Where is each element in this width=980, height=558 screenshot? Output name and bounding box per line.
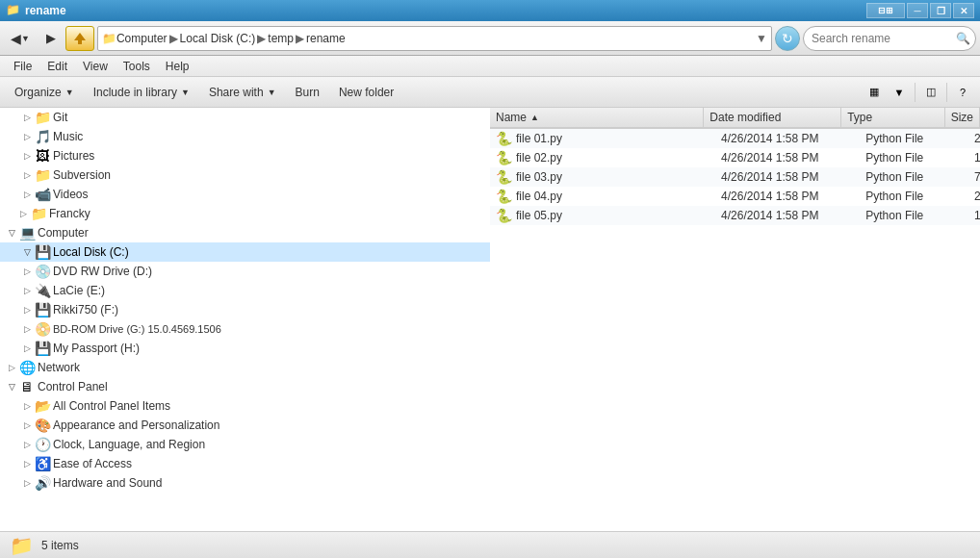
address-dropdown[interactable]: ▼: [756, 32, 767, 45]
address-path-computer: Computer: [116, 32, 168, 45]
menu-edit[interactable]: Edit: [39, 58, 75, 75]
sidebar-item-rikki750-f[interactable]: ▷ 💾 Rikki750 (F:): [0, 300, 490, 319]
back-button[interactable]: ◀ ▼: [4, 26, 37, 51]
file-name: file 02.py: [516, 151, 562, 165]
main-content: ▷ 📁 Git ▷ 🎵 Music ▷ 🖼 Pictures ▷ 📁 Subve…: [0, 108, 980, 531]
file-size-cell: 2 KB: [968, 190, 980, 203]
sidebar-item-hardware-sound[interactable]: ▷ 🔊 Hardware and Sound: [0, 473, 490, 493]
expand-icon-lacie-e: ▷: [19, 283, 35, 298]
table-row[interactable]: 🐍 file 02.py 4/26/2014 1:58 PM Python Fi…: [490, 148, 980, 167]
sidebar-item-all-control-panel[interactable]: ▷ 📂 All Control Panel Items: [0, 396, 490, 416]
title-bar-extra-btn[interactable]: ⊟⊞: [866, 3, 905, 18]
sidebar-item-computer[interactable]: ▽ 💻 Computer: [0, 223, 490, 242]
sidebar-item-network[interactable]: ▷ 🌐 Network: [0, 358, 490, 377]
menu-file[interactable]: File: [6, 58, 39, 75]
help-button[interactable]: ?: [951, 81, 974, 104]
sidebar-item-my-passport-h[interactable]: ▷ 💾 My Passport (H:): [0, 339, 490, 358]
address-bar[interactable]: 📁 Computer ▶ Local Disk (C:) ▶ temp ▶ re…: [97, 26, 772, 51]
refresh-button[interactable]: ↻: [775, 26, 800, 51]
subversion-icon: 📁: [35, 167, 50, 183]
sidebar-item-pictures[interactable]: ▷ 🖼 Pictures: [0, 146, 490, 165]
git-icon: 📁: [35, 110, 50, 125]
expand-icon-network: ▷: [4, 360, 19, 375]
burn-button[interactable]: Burn: [287, 81, 328, 104]
view-details-dropdown[interactable]: ▼: [888, 81, 911, 104]
sidebar-item-videos[interactable]: ▷ 📹 Videos: [0, 185, 490, 204]
forward-button[interactable]: ▶: [39, 26, 63, 51]
file-name: file 01.py: [516, 132, 562, 145]
lacie-e-icon: 🔌: [35, 283, 50, 298]
menu-view[interactable]: View: [75, 58, 116, 75]
svg-rect-1: [78, 40, 82, 44]
col-name-label: Name: [496, 111, 527, 124]
expand-icon-my-passport-h: ▷: [19, 341, 35, 356]
file-date-cell: 4/26/2014 1:58 PM: [715, 170, 860, 184]
sidebar-item-control-panel[interactable]: ▽ 🖥 Control Panel: [0, 377, 490, 396]
search-icon[interactable]: 🔍: [956, 32, 970, 45]
sidebar-label-rikki750-f: Rikki750 (F:): [53, 303, 118, 317]
sidebar-item-bdrom-g[interactable]: ▷ 📀 BD-ROM Drive (G:) 15.0.4569.1506: [0, 319, 490, 339]
sidebar-item-appearance[interactable]: ▷ 🎨 Appearance and Personalization: [0, 416, 490, 435]
file-type-cell: Python File: [860, 151, 968, 165]
music-icon: 🎵: [35, 129, 50, 144]
expand-icon-ease: ▷: [19, 456, 35, 471]
sidebar-item-music[interactable]: ▷ 🎵 Music: [0, 127, 490, 146]
expand-icon-appearance: ▷: [19, 418, 35, 433]
up-button[interactable]: [65, 26, 94, 51]
sidebar-label-network: Network: [38, 361, 80, 374]
sidebar-label-my-passport-h: My Passport (H:): [53, 342, 140, 355]
expand-icon-control-panel: ▽: [4, 379, 19, 394]
sidebar-label-bdrom-g: BD-ROM Drive (G:) 15.0.4569.1506: [53, 323, 221, 335]
expand-icon-music: ▷: [19, 129, 35, 144]
include-library-button[interactable]: Include in library ▼: [85, 81, 198, 104]
sidebar-label-all-cp: All Control Panel Items: [53, 399, 170, 413]
restore-button[interactable]: ❐: [930, 3, 951, 18]
table-row[interactable]: 🐍 file 04.py 4/26/2014 1:58 PM Python Fi…: [490, 187, 980, 206]
col-header-date[interactable]: Date modified: [704, 108, 841, 127]
file-type-cell: Python File: [860, 209, 968, 222]
pictures-icon: 🖼: [35, 148, 50, 164]
sidebar-item-francky[interactable]: ▷ 📁 Francky: [0, 204, 490, 223]
expand-icon-all-cp: ▷: [19, 398, 35, 414]
menu-tools[interactable]: Tools: [116, 58, 158, 75]
toolbar: ◀ ▼ ▶ 📁 Computer ▶ Local Disk (C:) ▶ tem…: [0, 21, 980, 56]
address-sep-3: ▶: [296, 32, 304, 45]
share-with-button[interactable]: Share with ▼: [200, 81, 285, 104]
sidebar-item-ease-of-access[interactable]: ▷ ♿ Ease of Access: [0, 454, 490, 473]
col-header-type[interactable]: Type: [841, 108, 945, 127]
sidebar-item-clock-language[interactable]: ▷ 🕐 Clock, Language, and Region: [0, 435, 490, 454]
sidebar-label-appearance: Appearance and Personalization: [53, 418, 219, 432]
organize-button[interactable]: Organize ▼: [6, 81, 83, 104]
file-size-cell: 19 KB: [968, 151, 980, 165]
sidebar-item-dvd-rw[interactable]: ▷ 💿 DVD RW Drive (D:): [0, 262, 490, 281]
table-row[interactable]: 🐍 file 05.py 4/26/2014 1:58 PM Python Fi…: [490, 206, 980, 225]
view-tiles-button[interactable]: ▦: [863, 81, 886, 104]
file-type-cell: Python File: [860, 190, 968, 203]
col-type-label: Type: [847, 111, 872, 124]
new-folder-button[interactable]: New folder: [330, 81, 402, 104]
table-row[interactable]: 🐍 file 03.py 4/26/2014 1:58 PM Python Fi…: [490, 167, 980, 187]
sidebar-item-subversion[interactable]: ▷ 📁 Subversion: [0, 165, 490, 185]
col-header-size[interactable]: Size: [945, 108, 980, 127]
file-type-cell: Python File: [860, 132, 968, 145]
expand-icon-computer: ▽: [4, 225, 19, 241]
include-dropdown-icon: ▼: [181, 88, 190, 97]
sidebar-label-francky: Francky: [49, 207, 90, 220]
sidebar-label-dvd-rw: DVD RW Drive (D:): [53, 265, 152, 278]
col-size-label: Size: [951, 111, 973, 124]
sidebar-item-local-disk-c[interactable]: ▽ 💾 Local Disk (C:): [0, 242, 490, 262]
sidebar-item-git[interactable]: ▷ 📁 Git: [0, 108, 490, 127]
close-button[interactable]: ✕: [953, 3, 974, 18]
sidebar-item-lacie-e[interactable]: ▷ 🔌 LaCie (E:): [0, 281, 490, 300]
network-icon: 🌐: [19, 360, 35, 375]
view-preview-button[interactable]: ◫: [919, 81, 942, 104]
table-row[interactable]: 🐍 file 01.py 4/26/2014 1:58 PM Python Fi…: [490, 129, 980, 148]
search-input[interactable]: [812, 32, 956, 45]
python-file-icon: 🐍: [496, 208, 512, 223]
window-controls: ⊟⊞ ─ ❐ ✕: [866, 3, 974, 18]
menu-help[interactable]: Help: [158, 58, 197, 75]
file-name-cell: 🐍 file 02.py: [490, 150, 715, 165]
col-header-name[interactable]: Name ▲: [490, 108, 704, 127]
videos-icon: 📹: [35, 187, 50, 202]
minimize-button[interactable]: ─: [907, 3, 928, 18]
